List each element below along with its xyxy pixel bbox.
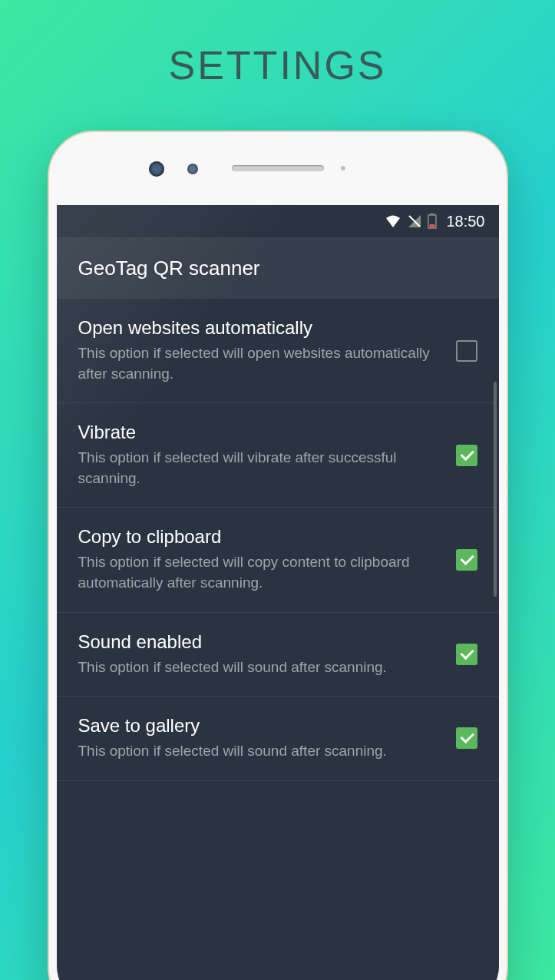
wifi-icon bbox=[385, 214, 401, 228]
checkbox-checked[interactable] bbox=[456, 549, 477, 571]
camera-icon bbox=[187, 164, 198, 174]
setting-text: Copy to clipboard This option if selecte… bbox=[78, 526, 444, 593]
speaker-grille bbox=[232, 165, 324, 171]
setting-text: Sound enabled This option if selected wi… bbox=[78, 631, 444, 678]
setting-title: Sound enabled bbox=[78, 631, 444, 653]
checkbox-checked[interactable] bbox=[456, 644, 477, 665]
status-bar: 18:50 bbox=[57, 205, 499, 237]
battery-low-icon bbox=[428, 214, 437, 229]
setting-title: Vibrate bbox=[78, 422, 444, 443]
setting-desc: This option if selected will copy conten… bbox=[78, 552, 444, 593]
setting-copy-clipboard[interactable]: Copy to clipboard This option if selecte… bbox=[57, 508, 499, 612]
setting-desc: This option if selected will sound after… bbox=[78, 741, 444, 762]
checkbox-checked[interactable] bbox=[456, 445, 477, 466]
setting-text: Open websites automatically This option … bbox=[78, 317, 444, 384]
no-signal-icon bbox=[408, 214, 421, 228]
sensor-dot bbox=[341, 166, 345, 171]
svg-rect-3 bbox=[430, 224, 435, 227]
setting-desc: This option if selected will sound after… bbox=[78, 657, 444, 678]
setting-text: Vibrate This option if selected will vib… bbox=[78, 422, 444, 488]
checkbox-unchecked[interactable] bbox=[456, 340, 477, 362]
page-title: SETTINGS bbox=[0, 0, 555, 88]
camera-icon bbox=[149, 161, 164, 177]
setting-desc: This option if selected will open websit… bbox=[78, 343, 444, 384]
status-time: 18:50 bbox=[446, 213, 484, 230]
scroll-indicator[interactable] bbox=[494, 382, 497, 597]
settings-list[interactable]: Open websites automatically This option … bbox=[57, 299, 499, 781]
app-bar: GeoTag QR scanner bbox=[57, 237, 499, 299]
checkbox-checked[interactable] bbox=[456, 727, 477, 749]
setting-vibrate[interactable]: Vibrate This option if selected will vib… bbox=[57, 403, 499, 508]
setting-open-websites[interactable]: Open websites automatically This option … bbox=[57, 299, 499, 403]
app-title: GeoTag QR scanner bbox=[78, 257, 260, 280]
setting-title: Save to gallery bbox=[78, 715, 444, 737]
phone-top bbox=[49, 132, 507, 205]
phone-frame: 18:50 GeoTag QR scanner Open websites au… bbox=[48, 131, 508, 980]
phone-screen: 18:50 GeoTag QR scanner Open websites au… bbox=[57, 205, 499, 980]
setting-sound[interactable]: Sound enabled This option if selected wi… bbox=[57, 613, 499, 697]
setting-title: Open websites automatically bbox=[78, 317, 444, 339]
setting-text: Save to gallery This option if selected … bbox=[78, 715, 444, 762]
setting-desc: This option if selected will vibrate aft… bbox=[78, 448, 444, 488]
setting-save-gallery[interactable]: Save to gallery This option if selected … bbox=[57, 697, 499, 781]
setting-title: Copy to clipboard bbox=[78, 526, 444, 548]
